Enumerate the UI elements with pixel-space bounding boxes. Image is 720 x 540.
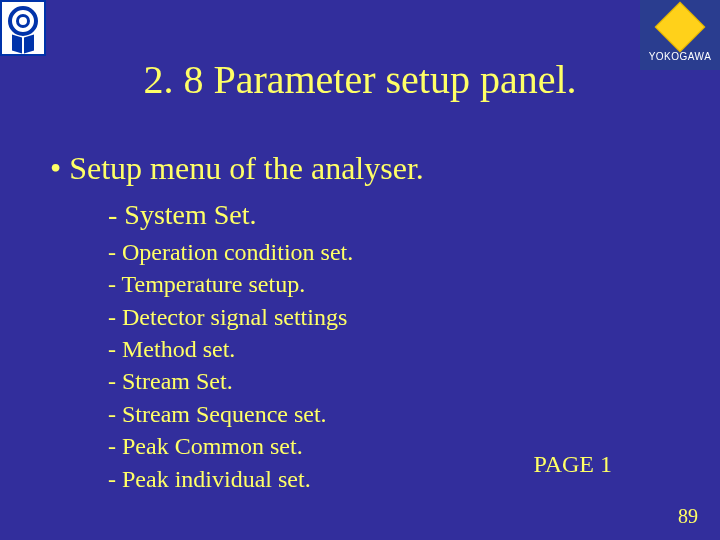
sub-item: - Peak Common set. (108, 430, 353, 462)
sub-item: - Detector signal settings (108, 301, 353, 333)
sub-item: - Temperature setup. (108, 268, 353, 300)
sub-item: - Operation condition set. (108, 236, 353, 268)
diamond-icon (655, 1, 706, 52)
sub-item: - Method set. (108, 333, 353, 365)
sub-list: - System Set. - Operation condition set.… (108, 196, 353, 495)
main-bullet: • Setup menu of the analyser. (50, 150, 424, 187)
slide-title: 2. 8 Parameter setup panel. (0, 56, 720, 103)
sub-item: - Stream Set. (108, 365, 353, 397)
award-ribbon-icon (0, 0, 46, 56)
page-label: PAGE 1 (534, 451, 612, 478)
slide: YOKOGAWA 2. 8 Parameter setup panel. • S… (0, 0, 720, 540)
sub-item: - Peak individual set. (108, 463, 353, 495)
sub-item-first: - System Set. (108, 196, 353, 234)
sub-item: - Stream Sequence set. (108, 398, 353, 430)
slide-number: 89 (678, 505, 698, 528)
